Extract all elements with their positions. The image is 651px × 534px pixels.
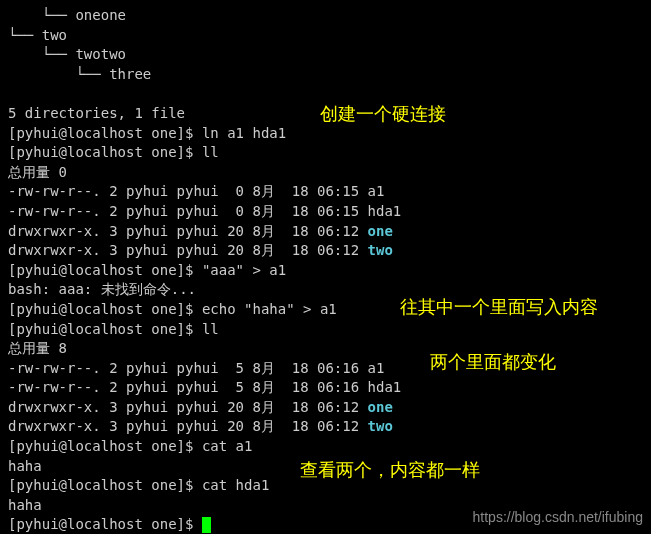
prompt-line[interactable]: [pyhui@localhost one]$ "aaa" > a1: [8, 261, 643, 281]
prompt: [pyhui@localhost one]$: [8, 438, 202, 454]
annotation-both-changed: 两个里面都变化: [430, 350, 556, 375]
annotation-same-content: 查看两个，内容都一样: [300, 458, 480, 483]
ls-perms: drwxrwxr-x. 3 pyhui pyhui 20 8月 18 06:12: [8, 242, 368, 258]
command-ll: ll: [202, 144, 219, 160]
ls-perms: drwxrwxr-x. 3 pyhui pyhui 20 8月 18 06:12: [8, 223, 368, 239]
command-cat: cat hda1: [202, 477, 269, 493]
prompt: [pyhui@localhost one]$: [8, 321, 202, 337]
ls-entry-dir: drwxrwxr-x. 3 pyhui pyhui 20 8月 18 06:12…: [8, 417, 643, 437]
dir-name-one: one: [368, 399, 393, 415]
ls-entry-dir: drwxrwxr-x. 3 pyhui pyhui 20 8月 18 06:12…: [8, 241, 643, 261]
cursor-icon: [202, 517, 211, 533]
prompt: [pyhui@localhost one]$: [8, 125, 202, 141]
dir-name-two: two: [368, 242, 393, 258]
prompt: [pyhui@localhost one]$: [8, 301, 202, 317]
prompt-line[interactable]: [pyhui@localhost one]$ ll: [8, 143, 643, 163]
ls-perms: drwxrwxr-x. 3 pyhui pyhui 20 8月 18 06:12: [8, 399, 368, 415]
tree-line: └── two: [8, 26, 643, 46]
prompt: [pyhui@localhost one]$: [8, 262, 202, 278]
ls-entry-file: -rw-rw-r--. 2 pyhui pyhui 0 8月 18 06:15 …: [8, 202, 643, 222]
command-redirect: "aaa" > a1: [202, 262, 286, 278]
prompt-line[interactable]: [pyhui@localhost one]$ cat a1: [8, 437, 643, 457]
prompt: [pyhui@localhost one]$: [8, 477, 202, 493]
ls-total: 总用量 0: [8, 163, 643, 183]
watermark: https://blog.csdn.net/ifubing: [473, 508, 643, 528]
tree-line: └── three: [8, 65, 643, 85]
ls-entry-dir: drwxrwxr-x. 3 pyhui pyhui 20 8月 18 06:12…: [8, 222, 643, 242]
dir-name-one: one: [368, 223, 393, 239]
tree-line: └── twotwo: [8, 45, 643, 65]
tree-line: └── oneone: [8, 6, 643, 26]
ls-entry-dir: drwxrwxr-x. 3 pyhui pyhui 20 8月 18 06:12…: [8, 398, 643, 418]
ls-perms: drwxrwxr-x. 3 pyhui pyhui 20 8月 18 06:12: [8, 418, 368, 434]
prompt: [pyhui@localhost one]$: [8, 144, 202, 160]
prompt: [pyhui@localhost one]$: [8, 516, 202, 532]
dir-name-two: two: [368, 418, 393, 434]
ls-entry-file: -rw-rw-r--. 2 pyhui pyhui 0 8月 18 06:15 …: [8, 182, 643, 202]
command-ll: ll: [202, 321, 219, 337]
annotation-write-content: 往其中一个里面写入内容: [400, 295, 598, 320]
command-ln: ln a1 hda1: [202, 125, 286, 141]
ls-entry-file: -rw-rw-r--. 2 pyhui pyhui 5 8月 18 06:16 …: [8, 378, 643, 398]
annotation-create-hardlink: 创建一个硬连接: [320, 102, 446, 127]
prompt-line[interactable]: [pyhui@localhost one]$ ll: [8, 320, 643, 340]
command-cat: cat a1: [202, 438, 253, 454]
command-echo: echo "haha" > a1: [202, 301, 337, 317]
